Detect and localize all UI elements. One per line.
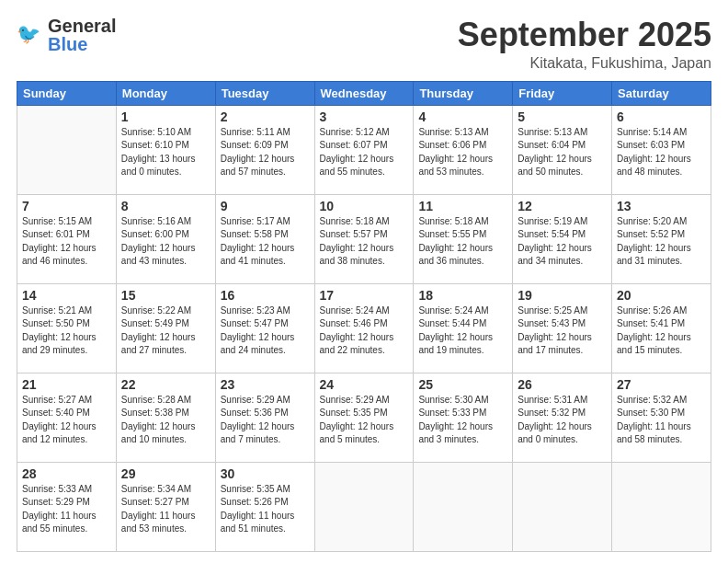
calendar-week-row: 21Sunrise: 5:27 AMSunset: 5:40 PMDayligh… bbox=[17, 373, 711, 462]
weekday-header: Sunday bbox=[17, 81, 117, 105]
day-info: Sunrise: 5:16 AMSunset: 6:00 PMDaylight:… bbox=[121, 215, 210, 269]
day-info: Sunrise: 5:24 AMSunset: 5:44 PMDaylight:… bbox=[418, 304, 507, 358]
location-title: Kitakata, Fukushima, Japan bbox=[458, 55, 711, 72]
day-info: Sunrise: 5:14 AMSunset: 6:03 PMDaylight:… bbox=[617, 126, 706, 179]
calendar-cell: 4Sunrise: 5:13 AMSunset: 6:06 PMDaylight… bbox=[414, 105, 513, 194]
day-info: Sunrise: 5:23 AMSunset: 5:47 PMDaylight:… bbox=[221, 304, 310, 358]
calendar-cell: 23Sunrise: 5:29 AMSunset: 5:36 PMDayligh… bbox=[215, 373, 314, 462]
day-number: 20 bbox=[617, 288, 706, 303]
day-number: 25 bbox=[418, 377, 507, 392]
calendar-table: SundayMondayTuesdayWednesdayThursdayFrid… bbox=[17, 81, 711, 552]
calendar-week-row: 7Sunrise: 5:15 AMSunset: 6:01 PMDaylight… bbox=[17, 194, 711, 283]
day-number: 29 bbox=[121, 466, 210, 481]
day-info: Sunrise: 5:27 AMSunset: 5:40 PMDaylight:… bbox=[22, 394, 111, 447]
day-info: Sunrise: 5:18 AMSunset: 5:57 PMDaylight:… bbox=[320, 215, 409, 269]
calendar-cell: 2Sunrise: 5:11 AMSunset: 6:09 PMDaylight… bbox=[215, 105, 314, 194]
logo-general-text: General bbox=[48, 17, 116, 35]
day-number: 6 bbox=[617, 109, 706, 124]
day-info: Sunrise: 5:29 AMSunset: 5:36 PMDaylight:… bbox=[221, 394, 310, 447]
calendar-cell: 25Sunrise: 5:30 AMSunset: 5:33 PMDayligh… bbox=[414, 373, 513, 462]
day-number: 11 bbox=[418, 199, 507, 213]
day-number: 26 bbox=[518, 377, 607, 392]
calendar-cell: 5Sunrise: 5:13 AMSunset: 6:04 PMDaylight… bbox=[513, 105, 612, 194]
day-number: 12 bbox=[518, 199, 607, 213]
calendar-cell: 18Sunrise: 5:24 AMSunset: 5:44 PMDayligh… bbox=[414, 283, 513, 373]
calendar-cell: 6Sunrise: 5:14 AMSunset: 6:03 PMDaylight… bbox=[612, 105, 711, 194]
day-number: 30 bbox=[221, 466, 310, 481]
weekday-header: Thursday bbox=[414, 81, 513, 105]
day-info: Sunrise: 5:10 AMSunset: 6:10 PMDaylight:… bbox=[121, 126, 210, 179]
day-info: Sunrise: 5:28 AMSunset: 5:38 PMDaylight:… bbox=[121, 394, 210, 447]
day-info: Sunrise: 5:21 AMSunset: 5:50 PMDaylight:… bbox=[22, 304, 111, 358]
day-number: 15 bbox=[121, 288, 210, 303]
logo-bird-icon: 🐦 bbox=[17, 21, 44, 49]
day-number: 28 bbox=[22, 466, 111, 481]
day-info: Sunrise: 5:30 AMSunset: 5:33 PMDaylight:… bbox=[418, 394, 507, 447]
day-number: 17 bbox=[320, 288, 409, 303]
day-info: Sunrise: 5:20 AMSunset: 5:52 PMDaylight:… bbox=[617, 215, 706, 269]
day-number: 16 bbox=[221, 288, 310, 303]
calendar-week-row: 14Sunrise: 5:21 AMSunset: 5:50 PMDayligh… bbox=[17, 283, 711, 373]
day-info: Sunrise: 5:29 AMSunset: 5:35 PMDaylight:… bbox=[320, 394, 409, 447]
calendar-cell: 16Sunrise: 5:23 AMSunset: 5:47 PMDayligh… bbox=[215, 283, 314, 373]
day-info: Sunrise: 5:12 AMSunset: 6:07 PMDaylight:… bbox=[320, 126, 409, 179]
calendar-header-row: SundayMondayTuesdayWednesdayThursdayFrid… bbox=[17, 81, 711, 105]
calendar-cell: 8Sunrise: 5:16 AMSunset: 6:00 PMDaylight… bbox=[116, 194, 215, 283]
day-number: 1 bbox=[121, 109, 210, 124]
logo: 🐦 General Blue bbox=[17, 17, 116, 53]
day-number: 18 bbox=[418, 288, 507, 303]
day-number: 8 bbox=[121, 199, 210, 213]
calendar-cell: 1Sunrise: 5:10 AMSunset: 6:10 PMDaylight… bbox=[116, 105, 215, 194]
calendar-cell: 26Sunrise: 5:31 AMSunset: 5:32 PMDayligh… bbox=[513, 373, 612, 462]
day-number: 19 bbox=[518, 288, 607, 303]
calendar-cell bbox=[513, 462, 612, 551]
calendar-cell: 3Sunrise: 5:12 AMSunset: 6:07 PMDaylight… bbox=[314, 105, 414, 194]
day-info: Sunrise: 5:35 AMSunset: 5:26 PMDaylight:… bbox=[221, 483, 310, 536]
calendar-cell: 9Sunrise: 5:17 AMSunset: 5:58 PMDaylight… bbox=[215, 194, 314, 283]
day-number: 7 bbox=[22, 199, 111, 213]
day-number: 9 bbox=[221, 199, 310, 213]
weekday-header: Tuesday bbox=[215, 81, 314, 105]
day-number: 3 bbox=[320, 109, 409, 124]
calendar-page: 🐦 General Blue September 2025 Kitakata, … bbox=[0, 0, 728, 563]
calendar-cell: 15Sunrise: 5:22 AMSunset: 5:49 PMDayligh… bbox=[116, 283, 215, 373]
calendar-cell: 21Sunrise: 5:27 AMSunset: 5:40 PMDayligh… bbox=[17, 373, 117, 462]
day-info: Sunrise: 5:33 AMSunset: 5:29 PMDaylight:… bbox=[22, 483, 111, 536]
day-number: 27 bbox=[617, 377, 706, 392]
calendar-cell: 24Sunrise: 5:29 AMSunset: 5:35 PMDayligh… bbox=[314, 373, 414, 462]
day-number: 22 bbox=[121, 377, 210, 392]
month-title: September 2025 bbox=[458, 17, 711, 53]
day-info: Sunrise: 5:18 AMSunset: 5:55 PMDaylight:… bbox=[418, 215, 507, 269]
weekday-header: Monday bbox=[116, 81, 215, 105]
calendar-cell bbox=[314, 462, 414, 551]
calendar-cell: 13Sunrise: 5:20 AMSunset: 5:52 PMDayligh… bbox=[612, 194, 711, 283]
calendar-cell: 22Sunrise: 5:28 AMSunset: 5:38 PMDayligh… bbox=[116, 373, 215, 462]
day-info: Sunrise: 5:22 AMSunset: 5:49 PMDaylight:… bbox=[121, 304, 210, 358]
day-info: Sunrise: 5:11 AMSunset: 6:09 PMDaylight:… bbox=[221, 126, 310, 179]
day-info: Sunrise: 5:24 AMSunset: 5:46 PMDaylight:… bbox=[320, 304, 409, 358]
day-number: 14 bbox=[22, 288, 111, 303]
calendar-cell: 11Sunrise: 5:18 AMSunset: 5:55 PMDayligh… bbox=[414, 194, 513, 283]
title-block: September 2025 Kitakata, Fukushima, Japa… bbox=[458, 17, 711, 72]
calendar-cell: 29Sunrise: 5:34 AMSunset: 5:27 PMDayligh… bbox=[116, 462, 215, 551]
day-info: Sunrise: 5:15 AMSunset: 6:01 PMDaylight:… bbox=[22, 215, 111, 269]
calendar-cell: 14Sunrise: 5:21 AMSunset: 5:50 PMDayligh… bbox=[17, 283, 117, 373]
calendar-cell bbox=[414, 462, 513, 551]
calendar-cell bbox=[612, 462, 711, 551]
day-number: 13 bbox=[617, 199, 706, 213]
weekday-header: Wednesday bbox=[314, 81, 414, 105]
day-info: Sunrise: 5:17 AMSunset: 5:58 PMDaylight:… bbox=[221, 215, 310, 269]
logo-name: General Blue bbox=[48, 17, 116, 53]
day-info: Sunrise: 5:13 AMSunset: 6:06 PMDaylight:… bbox=[418, 126, 507, 179]
calendar-cell bbox=[17, 105, 117, 194]
day-info: Sunrise: 5:13 AMSunset: 6:04 PMDaylight:… bbox=[518, 126, 607, 179]
calendar-cell: 20Sunrise: 5:26 AMSunset: 5:41 PMDayligh… bbox=[612, 283, 711, 373]
calendar-cell: 28Sunrise: 5:33 AMSunset: 5:29 PMDayligh… bbox=[17, 462, 117, 551]
day-info: Sunrise: 5:34 AMSunset: 5:27 PMDaylight:… bbox=[121, 483, 210, 536]
header: 🐦 General Blue September 2025 Kitakata, … bbox=[17, 17, 711, 72]
day-number: 24 bbox=[320, 377, 409, 392]
day-info: Sunrise: 5:19 AMSunset: 5:54 PMDaylight:… bbox=[518, 215, 607, 269]
calendar-cell: 10Sunrise: 5:18 AMSunset: 5:57 PMDayligh… bbox=[314, 194, 414, 283]
day-info: Sunrise: 5:25 AMSunset: 5:43 PMDaylight:… bbox=[518, 304, 607, 358]
svg-text:🐦: 🐦 bbox=[17, 22, 41, 46]
